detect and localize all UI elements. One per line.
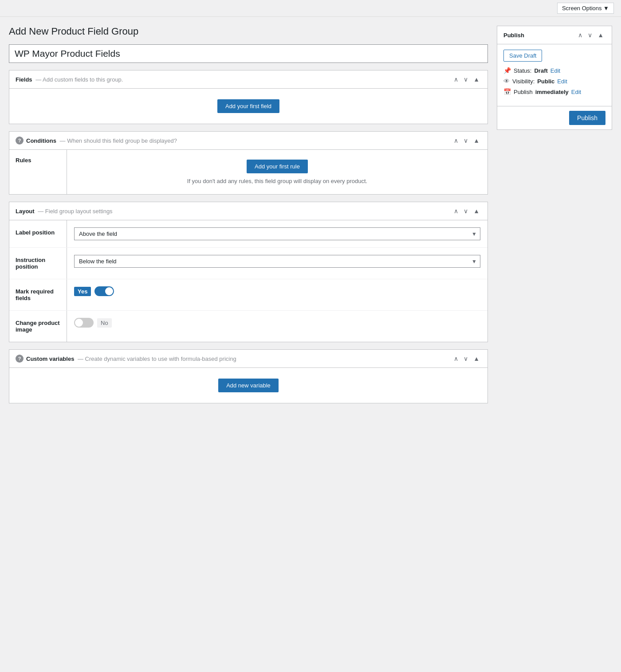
publish-edit-link[interactable]: Edit: [571, 89, 581, 95]
publish-panel-collapse-btn[interactable]: ▲: [596, 31, 605, 39]
publish-panel-title: Publish: [503, 32, 576, 39]
status-value: Draft: [534, 67, 547, 74]
layout-panel-controls: ∧ ∨ ▲: [452, 207, 481, 215]
custom-variables-panel-title: Custom variables — Create dynamic variab…: [26, 356, 452, 362]
visibility-edit-link[interactable]: Edit: [557, 78, 567, 85]
conditions-panel-collapse-btn[interactable]: ▲: [472, 136, 481, 145]
mark-required-row: Mark required fields Yes: [9, 279, 487, 311]
publish-panel-controls: ∧ ∨ ▲: [576, 31, 605, 39]
publish-panel-down-btn[interactable]: ∨: [586, 31, 594, 39]
mark-required-toggle[interactable]: [94, 286, 114, 296]
conditions-panel-body: Rules Add your first rule If you don't a…: [9, 150, 487, 194]
fields-panel-header: Fields — Add custom fields to this group…: [9, 70, 487, 89]
rules-content: Add your first rule If you don't add any…: [67, 150, 487, 194]
fields-panel-down-btn[interactable]: ∨: [462, 75, 470, 84]
rules-label: Rules: [9, 150, 67, 194]
change-product-image-toggle-wrap: No: [74, 318, 480, 328]
layout-panel-title: Layout — Field group layout settings: [16, 208, 452, 215]
status-edit-link[interactable]: Edit: [550, 67, 560, 74]
publish-date-row: 📅 Publish immediately Edit: [503, 88, 605, 95]
label-position-row: Label position Above the field Below the…: [9, 220, 487, 248]
change-product-image-no-label: No: [97, 318, 112, 328]
mark-required-field: Yes: [67, 279, 487, 310]
custom-variables-panel: ? Custom variables — Create dynamic vari…: [9, 349, 488, 403]
add-first-rule-button[interactable]: Add your first rule: [247, 160, 308, 173]
conditions-panel-subtitle: — When should this field group be displa…: [58, 137, 177, 144]
publish-panel-up-btn[interactable]: ∧: [576, 31, 584, 39]
publish-panel: Publish ∧ ∨ ▲ Save Draft 📌 Status: Draft…: [497, 26, 612, 130]
fields-panel-up-btn[interactable]: ∧: [452, 75, 460, 84]
mark-required-label: Mark required fields: [9, 279, 67, 310]
fields-panel-collapse-btn[interactable]: ▲: [472, 75, 481, 84]
publish-value: immediately: [535, 89, 569, 95]
layout-panel-up-btn[interactable]: ∧: [452, 207, 460, 215]
layout-panel: Layout — Field group layout settings ∧ ∨…: [9, 202, 488, 342]
instruction-position-row: Instruction position Below the field Abo…: [9, 248, 487, 279]
status-row: 📌 Status: Draft Edit: [503, 67, 605, 74]
label-position-label: Label position: [9, 220, 67, 247]
add-first-field-button[interactable]: Add your first field: [217, 99, 279, 113]
page-title: Add New Product Field Group: [9, 26, 488, 37]
content-area: Add New Product Field Group Fields — Add…: [9, 26, 488, 410]
custom-variables-panel-down-btn[interactable]: ∨: [462, 354, 470, 363]
visibility-row: 👁 Visibility: Public Edit: [503, 78, 605, 85]
fields-panel-controls: ∧ ∨ ▲: [452, 75, 481, 84]
instruction-position-field: Below the field Above the field ▼: [67, 248, 487, 279]
publish-label: Publish: [514, 89, 533, 95]
conditions-panel-up-btn[interactable]: ∧: [452, 136, 460, 145]
change-product-image-row: Change product image No: [9, 311, 487, 342]
fields-panel: Fields — Add custom fields to this group…: [9, 70, 488, 124]
conditions-panel-title: Conditions — When should this field grou…: [26, 137, 452, 144]
label-position-select[interactable]: Above the field Below the field Left of …: [74, 227, 480, 240]
visibility-value: Public: [537, 78, 554, 85]
change-product-image-slider: [74, 318, 94, 328]
instruction-position-select[interactable]: Below the field Above the field: [74, 255, 480, 268]
change-product-image-label: Change product image: [9, 311, 67, 342]
custom-variables-panel-body: Add new variable: [9, 368, 487, 403]
mark-required-slider: [94, 286, 114, 296]
change-product-image-field: No: [67, 311, 487, 342]
save-draft-button[interactable]: Save Draft: [503, 50, 542, 62]
mark-required-toggle-wrap: Yes: [74, 286, 480, 296]
label-position-field: Above the field Below the field Left of …: [67, 220, 487, 247]
status-icon: 📌: [503, 67, 511, 74]
label-position-select-wrap: Above the field Below the field Left of …: [74, 227, 480, 240]
conditions-help-icon[interactable]: ?: [16, 137, 24, 145]
conditions-panel: ? Conditions — When should this field gr…: [9, 131, 488, 195]
fields-panel-title: Fields — Add custom fields to this group…: [16, 76, 452, 83]
group-title-input[interactable]: [9, 44, 488, 63]
visibility-icon: 👁: [503, 78, 510, 85]
mark-required-yes-label: Yes: [74, 287, 91, 296]
layout-panel-subtitle: — Field group layout settings: [36, 208, 113, 215]
custom-variables-panel-header: ? Custom variables — Create dynamic vari…: [9, 350, 487, 368]
sidebar: Publish ∧ ∨ ▲ Save Draft 📌 Status: Draft…: [497, 26, 612, 410]
publish-button[interactable]: Publish: [569, 111, 605, 125]
publish-panel-header: Publish ∧ ∨ ▲: [497, 26, 612, 44]
layout-panel-collapse-btn[interactable]: ▲: [472, 207, 481, 215]
instruction-position-label: Instruction position: [9, 248, 67, 279]
conditions-panel-header: ? Conditions — When should this field gr…: [9, 132, 487, 150]
screen-options-bar: Screen Options ▼: [0, 0, 621, 17]
instruction-position-select-wrap: Below the field Above the field ▼: [74, 255, 480, 268]
custom-variables-panel-collapse-btn[interactable]: ▲: [472, 354, 481, 363]
change-product-image-toggle[interactable]: [74, 318, 94, 328]
calendar-icon: 📅: [503, 88, 511, 95]
custom-variables-panel-controls: ∧ ∨ ▲: [452, 354, 481, 363]
add-new-variable-button[interactable]: Add new variable: [218, 379, 279, 392]
visibility-label: Visibility:: [512, 78, 535, 85]
custom-variables-panel-up-btn[interactable]: ∧: [452, 354, 460, 363]
layout-panel-header: Layout — Field group layout settings ∧ ∨…: [9, 202, 487, 220]
conditions-panel-controls: ∧ ∨ ▲: [452, 136, 481, 145]
layout-panel-down-btn[interactable]: ∨: [462, 207, 470, 215]
fields-panel-body: Add your first field: [9, 89, 487, 124]
conditions-panel-down-btn[interactable]: ∨: [462, 136, 470, 145]
publish-panel-footer: Publish: [497, 106, 612, 129]
fields-panel-subtitle: — Add custom fields to this group.: [34, 76, 123, 83]
publish-meta: 📌 Status: Draft Edit 👁 Visibility: Publi…: [503, 67, 605, 95]
status-label: Status:: [514, 67, 531, 74]
custom-variables-help-icon[interactable]: ?: [16, 355, 24, 363]
custom-variables-panel-subtitle: — Create dynamic variables to use with f…: [76, 356, 236, 362]
publish-panel-body: Save Draft 📌 Status: Draft Edit 👁 Visibi…: [497, 44, 612, 106]
screen-options-button[interactable]: Screen Options ▼: [557, 3, 614, 14]
conditions-note: If you don't add any rules, this field g…: [187, 178, 367, 184]
